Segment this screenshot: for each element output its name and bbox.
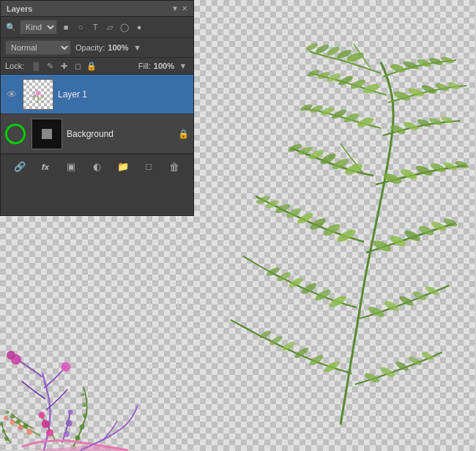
svg-point-91 — [7, 351, 15, 359]
svg-point-105 — [83, 414, 87, 418]
green-circle-indicator — [5, 124, 26, 144]
svg-point-58 — [372, 239, 393, 254]
filter-toggle-icon[interactable]: ● — [133, 21, 145, 33]
svg-point-51 — [321, 222, 342, 238]
opacity-label: Opacity: — [75, 43, 105, 52]
svg-point-93 — [26, 429, 32, 435]
shape-filter-icon[interactable]: ▱ — [104, 21, 116, 33]
blend-mode-dropdown[interactable]: Normal — [5, 40, 71, 55]
smart-filter-icon[interactable]: ◯ — [119, 21, 130, 33]
layers-list: 👁 Layer 1 — [1, 75, 193, 154]
svg-point-88 — [10, 414, 15, 419]
pixel-filter-icon[interactable]: ■ — [60, 21, 72, 33]
svg-point-0 — [36, 91, 40, 95]
svg-point-94 — [18, 425, 23, 430]
svg-point-97 — [46, 429, 53, 436]
search-icon: 🔍 — [5, 21, 17, 33]
svg-point-76 — [308, 353, 325, 367]
filter-row: 🔍 Kind ■ ○ T ▱ ◯ ● — [1, 17, 193, 38]
lock-fill-row: Lock: ▒ ✎ ✚ ◻ 🔒 Fill: 100% ▼ — [1, 58, 193, 75]
lock-label: Lock: — [5, 61, 24, 70]
svg-point-75 — [322, 359, 341, 374]
kind-dropdown[interactable]: Kind — [20, 20, 57, 34]
canvas-area — [194, 0, 476, 451]
collapse-icon[interactable]: ▼ — [171, 4, 179, 12]
lock-icons-group: ▒ ✎ ✚ ◻ 🔒 — [30, 60, 97, 72]
svg-point-107 — [81, 393, 85, 397]
layer-name-1: Layer 1 — [58, 89, 189, 100]
svg-point-64 — [327, 294, 348, 310]
filter-icons: ■ ○ T ▱ ◯ ● — [60, 21, 145, 33]
lock-paint-icon[interactable]: ✎ — [44, 60, 56, 72]
opacity-arrow-icon[interactable]: ▼ — [132, 42, 144, 53]
lock-transparency-icon[interactable]: ▒ — [30, 60, 42, 72]
opacity-value[interactable]: 100% — [108, 43, 128, 52]
panel-controls: ▼ ✕ — [171, 4, 187, 12]
svg-point-100 — [64, 431, 70, 437]
svg-point-92 — [62, 362, 71, 372]
layer-name-background: Background — [67, 129, 174, 139]
svg-point-106 — [82, 403, 86, 407]
layer-row-background[interactable]: Background 🔒 — [1, 114, 193, 154]
canvas-botanical-svg — [194, 0, 476, 451]
group-layers-icon[interactable]: 📁 — [117, 161, 129, 173]
lock-position-icon[interactable]: ✚ — [58, 60, 70, 72]
visibility-eye-layer1[interactable]: 👁 — [5, 88, 18, 101]
svg-point-109 — [2, 430, 6, 433]
fill-arrow-icon[interactable]: ▼ — [177, 60, 189, 72]
layer-thumb-content — [23, 80, 53, 109]
lock-all-icon[interactable]: 🔒 — [86, 60, 97, 72]
panel-title: Layers — [7, 4, 32, 13]
svg-point-50 — [335, 228, 357, 245]
type-filter-icon[interactable]: T — [89, 21, 101, 33]
svg-point-95 — [10, 420, 15, 425]
fx-icon[interactable]: fx — [40, 161, 51, 173]
background-lock-icon: 🔒 — [178, 129, 189, 139]
thumb-preview-svg — [23, 80, 53, 109]
svg-point-108 — [4, 436, 9, 441]
layer-row-1[interactable]: 👁 Layer 1 — [1, 75, 193, 114]
new-layer-icon[interactable]: □ — [143, 161, 155, 173]
delete-layer-icon[interactable]: 🗑 — [168, 161, 180, 173]
adjustment-filter-icon[interactable]: ○ — [75, 21, 86, 33]
svg-point-65 — [313, 288, 332, 303]
blend-opacity-row: Normal Opacity: 100% ▼ — [1, 38, 193, 58]
panel-title-bar: Layers ▼ ✕ — [1, 1, 193, 17]
svg-point-110 — [0, 422, 4, 426]
svg-point-70 — [367, 305, 386, 318]
lock-artboard-icon[interactable]: ◻ — [72, 60, 83, 72]
svg-point-52 — [308, 216, 327, 231]
canvas-bottom-svg — [0, 216, 194, 451]
fill-label: Fill: — [138, 61, 151, 70]
svg-point-103 — [75, 436, 81, 441]
layer-thumb-background — [31, 119, 62, 149]
adjustment-layer-icon[interactable]: ◐ — [91, 161, 103, 173]
svg-point-96 — [4, 416, 8, 420]
svg-point-104 — [80, 425, 85, 430]
svg-point-27 — [356, 116, 375, 129]
layer-thumb-layer1 — [23, 79, 53, 110]
link-layers-icon[interactable]: 🔗 — [14, 161, 26, 173]
svg-point-101 — [66, 420, 72, 427]
svg-point-98 — [42, 420, 50, 428]
svg-point-102 — [68, 410, 73, 415]
svg-point-25 — [434, 82, 450, 93]
fill-value[interactable]: 100% — [154, 61, 174, 70]
opacity-controls: Opacity: 100% ▼ — [75, 42, 144, 53]
layers-panel: Layers ▼ ✕ 🔍 Kind ■ ○ T ▱ ◯ ● Normal Opa… — [0, 0, 194, 216]
canvas-bottom-area — [0, 216, 194, 451]
svg-point-89 — [6, 411, 10, 414]
panel-bottom-toolbar: 🔗 fx ▣ ◐ 📁 □ 🗑 — [1, 154, 193, 179]
add-mask-icon[interactable]: ▣ — [65, 161, 77, 173]
close-icon[interactable]: ✕ — [182, 4, 187, 12]
fill-controls: Fill: 100% ▼ — [138, 60, 189, 72]
thumb-square-bg — [42, 129, 52, 139]
svg-point-99 — [39, 412, 45, 419]
